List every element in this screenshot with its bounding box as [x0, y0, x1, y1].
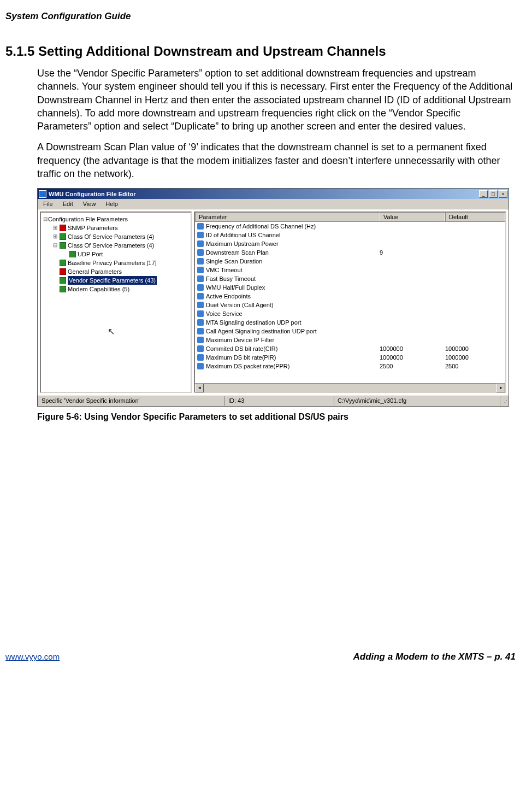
cell-value [380, 274, 445, 283]
list-row[interactable]: Voice Service [195, 309, 505, 318]
cell-default [445, 318, 505, 327]
cell-value: 9 [380, 248, 445, 257]
param-icon [60, 277, 66, 284]
cell-default: 1000000 [445, 353, 505, 362]
tree-item-baseline[interactable]: Baseline Privacy Parameters [17] [42, 259, 190, 267]
cell-param: Voice Service [206, 309, 243, 318]
list-row[interactable]: Downstream Scan Plan9 [195, 248, 505, 257]
list-row[interactable]: ID of Additional US Channel [195, 231, 505, 239]
list-row[interactable]: Frequency of Additional DS Channel (Hz) [195, 222, 505, 231]
scrollbar-horizontal[interactable]: ◂ ▸ [195, 383, 505, 392]
cell-value [380, 239, 445, 248]
cell-param: Maximum Device IP Filter [206, 336, 274, 344]
param-item-icon [197, 319, 204, 326]
list-row[interactable]: Duet Version (Call Agent) [195, 301, 505, 309]
col-parameter[interactable]: Parameter [195, 213, 380, 221]
cell-param: ID of Additional US Channel [206, 231, 280, 239]
app-window: WMU Configuration File Editor _ □ × File… [37, 188, 509, 407]
menu-edit[interactable]: Edit [60, 200, 76, 208]
minimize-button[interactable]: _ [479, 190, 488, 198]
list-row[interactable]: Active Endpoints [195, 292, 505, 301]
list-row[interactable]: Maximum DS bit rate(PIR)10000001000000 [195, 353, 505, 362]
col-default[interactable]: Default [445, 213, 505, 221]
param-item-icon [197, 240, 204, 247]
tree-item-general[interactable]: General Parameters [42, 267, 190, 276]
tree-item-modem[interactable]: Modem Capabilities (5) [42, 285, 190, 293]
cell-value [380, 327, 445, 336]
section-heading: 5.1.5 Setting Additional Downstream and … [5, 44, 516, 59]
tree-item-vendor[interactable]: Vendor Specific Parameters (43) [42, 276, 190, 285]
tree-item-cos1[interactable]: ⊞Class Of Service Parameters (4) [42, 232, 190, 241]
list-header[interactable]: Parameter Value Default [195, 213, 505, 222]
cell-default [445, 257, 505, 266]
list-row[interactable]: Commited DS bit rate(CIR)10000001000000 [195, 344, 505, 353]
cell-value [380, 266, 445, 274]
cell-param: Downstream Scan Plan [206, 248, 269, 257]
list-row[interactable]: Maximum DS packet rate(PPR)25002500 [195, 362, 505, 371]
cell-param: Single Scan Duration [206, 257, 262, 266]
cell-default [445, 301, 505, 309]
tree-pane[interactable]: ⊟Configuration File Parameters ⊞SNMP Par… [40, 212, 192, 393]
param-item-icon [197, 345, 204, 352]
list-row[interactable]: Fast Busy Timeout [195, 274, 505, 283]
footer-link[interactable]: www.vyyo.com [5, 652, 60, 661]
menu-view[interactable]: View [80, 200, 99, 208]
cell-default [445, 327, 505, 336]
window-titlebar[interactable]: WMU Configuration File Editor _ □ × [38, 189, 509, 199]
menu-help[interactable]: Help [102, 200, 121, 208]
section-number: 5.1.5 [5, 44, 34, 58]
close-button[interactable]: × [499, 190, 507, 198]
cell-param: VMC Timeout [206, 266, 243, 274]
cell-default [445, 248, 505, 257]
tree-item-snmp[interactable]: ⊞SNMP Parameters [42, 224, 190, 232]
list-row[interactable]: VMC Timeout [195, 266, 505, 274]
param-item-icon [197, 302, 204, 308]
section-title: Setting Additional Downstream and Upstre… [38, 44, 386, 58]
cell-param: Call Agent Signaling destination UDP por… [206, 327, 317, 336]
cell-param: Duet Version (Call Agent) [206, 301, 274, 309]
cell-value [380, 309, 445, 318]
param-item-icon [197, 337, 204, 343]
status-id: ID: 43 [224, 396, 334, 406]
param-item-icon [197, 258, 204, 265]
scroll-right-button[interactable]: ▸ [496, 384, 505, 392]
cell-value [380, 231, 445, 239]
tree-item-cos2[interactable]: ⊟Class Of Service Parameters (4) [42, 241, 190, 250]
tree-item-udp[interactable]: UDP Port [42, 250, 190, 259]
paragraph-2: A Downstream Scan Plan value of ‘9’ indi… [37, 140, 516, 180]
app-icon [39, 190, 46, 198]
cell-default [445, 309, 505, 318]
cell-value: 2500 [380, 362, 445, 371]
list-row[interactable]: Maximum Device IP Filter [195, 336, 505, 344]
maximize-button[interactable]: □ [489, 190, 498, 198]
param-item-icon [197, 275, 204, 282]
cell-value [380, 301, 445, 309]
list-row[interactable]: Maximum Upstream Power [195, 239, 505, 248]
param-item-icon [197, 310, 204, 317]
menu-bar[interactable]: File Edit View Help [38, 199, 509, 209]
window-title: WMU Configuration File Editor [49, 191, 479, 197]
list-pane[interactable]: Parameter Value Default Frequency of Add… [194, 212, 506, 393]
resize-grip[interactable]: ⋰ [500, 396, 509, 406]
col-value[interactable]: Value [380, 213, 445, 221]
folder-icon [60, 268, 66, 275]
param-item-icon [197, 328, 204, 334]
list-body[interactable]: Frequency of Additional DS Channel (Hz)I… [195, 222, 505, 383]
list-row[interactable]: WMU Half/Full Duplex [195, 283, 505, 292]
list-row[interactable]: Call Agent Signaling destination UDP por… [195, 327, 505, 336]
scroll-left-button[interactable]: ◂ [195, 384, 204, 392]
cell-param: Fast Busy Timeout [206, 274, 256, 283]
param-item-icon [197, 363, 204, 369]
status-bar: Specific 'Vendor Specific information' I… [38, 395, 509, 406]
cell-default [445, 231, 505, 239]
list-row[interactable]: MTA Signaling destination UDP port [195, 318, 505, 327]
cell-param: Maximum Upstream Power [206, 239, 279, 248]
param-item-icon [197, 249, 204, 256]
cell-param: Frequency of Additional DS Channel (Hz) [206, 222, 316, 231]
cell-param: MTA Signaling destination UDP port [206, 318, 301, 327]
menu-file[interactable]: File [40, 200, 56, 208]
list-row[interactable]: Single Scan Duration [195, 257, 505, 266]
cell-default [445, 222, 505, 231]
cell-value [380, 292, 445, 301]
tree-root[interactable]: ⊟Configuration File Parameters [42, 215, 190, 224]
